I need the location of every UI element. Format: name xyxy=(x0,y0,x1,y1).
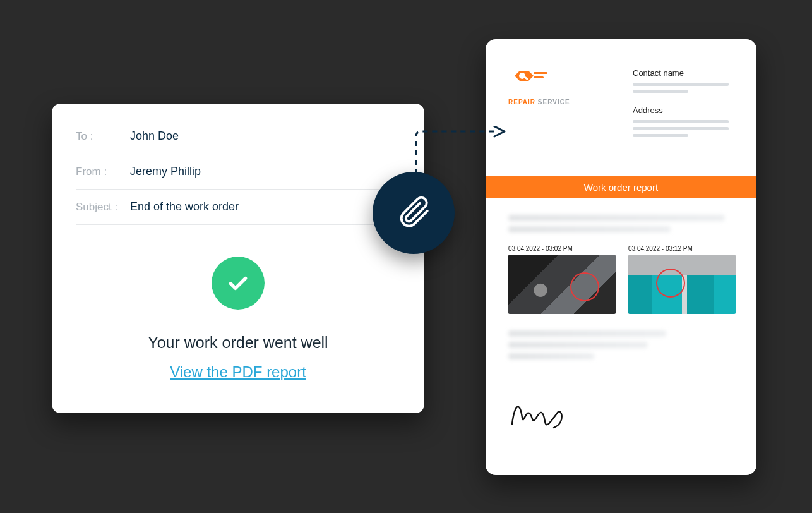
placeholder-line xyxy=(633,127,729,130)
photo-timestamp: 03.04.2022 - 03:12 PM xyxy=(628,245,736,252)
report-header: REPAIR SERVICE Contact name Address xyxy=(486,39,756,154)
success-check-icon xyxy=(212,256,265,310)
annotation-circle-icon xyxy=(570,272,599,301)
placeholder-line xyxy=(633,120,729,123)
report-title-band: Work order report xyxy=(486,176,756,198)
photo-block-1: 03.04.2022 - 03:02 PM xyxy=(508,245,616,314)
svg-rect-3 xyxy=(534,76,544,78)
attachment-badge xyxy=(373,172,455,254)
report-body: 03.04.2022 - 03:02 PM 03.04.2022 - 03:12… xyxy=(486,198,756,377)
view-pdf-link[interactable]: View the PDF report xyxy=(170,363,306,381)
to-value: John Doe xyxy=(130,130,179,143)
placeholder-line xyxy=(508,330,666,337)
placeholder-line xyxy=(633,134,688,137)
email-from-row: From : Jeremy Phillip xyxy=(76,154,400,190)
status-text: Your work order went well xyxy=(148,334,328,352)
svg-rect-2 xyxy=(534,72,547,74)
signature-icon xyxy=(508,424,578,435)
email-subject-row: Subject : End of the work order xyxy=(76,190,400,225)
logo-word-service: SERVICE xyxy=(538,99,570,106)
annotated-photo-2 xyxy=(628,255,736,314)
placeholder-line xyxy=(508,353,594,359)
text-placeholder-block xyxy=(508,215,734,232)
photo-block-2: 03.04.2022 - 03:12 PM xyxy=(628,245,736,314)
photo-timestamp: 03.04.2022 - 03:02 PM xyxy=(508,245,616,252)
annotated-photo-1 xyxy=(508,255,616,314)
company-logo: REPAIR SERVICE xyxy=(508,68,570,141)
signature xyxy=(486,395,756,435)
to-label: To : xyxy=(76,130,130,143)
placeholder-line xyxy=(633,90,688,93)
email-card: To : John Doe From : Jeremy Phillip Subj… xyxy=(52,104,424,413)
wrench-logo-icon xyxy=(508,68,554,96)
logo-text: REPAIR SERVICE xyxy=(508,99,570,106)
annotation-circle-icon xyxy=(656,269,685,298)
email-to-row: To : John Doe xyxy=(76,119,400,154)
subject-label: Subject : xyxy=(76,201,130,214)
text-placeholder-block xyxy=(508,330,734,359)
placeholder-line xyxy=(633,83,729,86)
paperclip-icon xyxy=(395,193,432,232)
placeholder-line xyxy=(508,215,725,221)
from-value: Jeremy Phillip xyxy=(130,165,201,178)
from-label: From : xyxy=(76,166,130,178)
email-body: Your work order went well View the PDF r… xyxy=(76,225,400,381)
placeholder-line xyxy=(508,342,648,348)
report-card: REPAIR SERVICE Contact name Address Work… xyxy=(486,39,756,475)
placeholder-line xyxy=(508,226,671,232)
photos-row: 03.04.2022 - 03:02 PM 03.04.2022 - 03:12… xyxy=(508,245,734,314)
logo-word-repair: REPAIR xyxy=(508,99,535,106)
contact-name-label: Contact name xyxy=(633,68,734,78)
contact-block: Contact name Address xyxy=(633,68,734,141)
subject-value: End of the work order xyxy=(130,200,239,214)
address-label: Address xyxy=(633,106,734,115)
